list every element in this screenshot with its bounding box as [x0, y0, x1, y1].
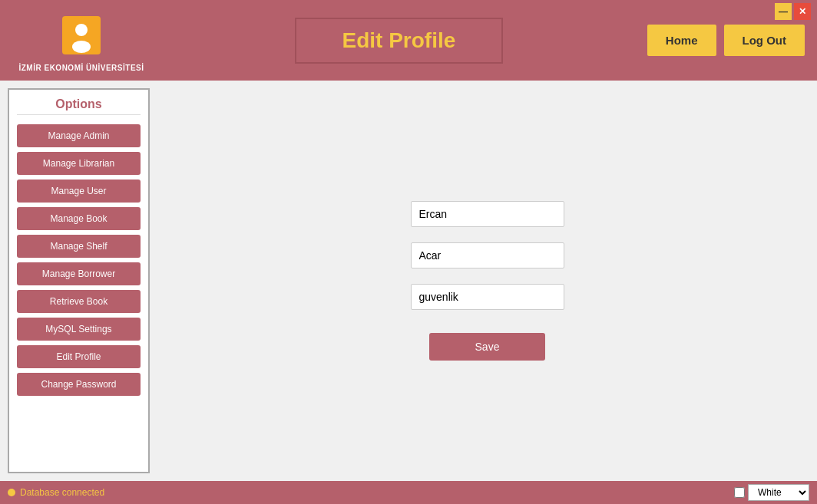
db-status-text: Database connected	[20, 487, 104, 498]
save-button[interactable]: Save	[429, 333, 546, 361]
lastname-input[interactable]	[411, 242, 564, 268]
svg-point-3	[72, 41, 91, 53]
sidebar-item-manage-librarian[interactable]: Manage Librarian	[17, 152, 141, 175]
sidebar-item-mysql-settings[interactable]: MySQL Settings	[17, 318, 141, 341]
status-left: Database connected	[8, 487, 104, 498]
sidebar: Options Manage Admin Manage Librarian Ma…	[8, 88, 150, 473]
header-title-area: Edit Profile	[150, 18, 647, 64]
logo-text: İZMİR EKONOMİ ÜNİVERSİTESİ	[18, 64, 144, 72]
sidebar-item-manage-admin[interactable]: Manage Admin	[17, 124, 141, 147]
sidebar-item-change-password[interactable]: Change Password	[17, 373, 141, 396]
logo-area: İZMİR EKONOMİ ÜNİVERSİTESİ	[12, 8, 150, 72]
main-layout: Options Manage Admin Manage Librarian Ma…	[0, 81, 817, 481]
page-title: Edit Profile	[342, 28, 456, 52]
header-buttons: Home Log Out	[647, 25, 805, 56]
header-title-box: Edit Profile	[295, 18, 504, 64]
university-logo	[55, 8, 108, 62]
theme-selector[interactable]: White	[734, 484, 809, 501]
sidebar-item-manage-user[interactable]: Manage User	[17, 180, 141, 203]
username-input[interactable]	[411, 284, 564, 310]
svg-point-2	[75, 24, 88, 36]
minimize-button[interactable]: —	[775, 3, 792, 20]
db-status-dot	[8, 489, 15, 496]
theme-checkbox[interactable]	[734, 487, 745, 498]
firstname-input[interactable]	[411, 201, 564, 227]
sidebar-item-manage-borrower[interactable]: Manage Borrower	[17, 262, 141, 285]
close-button[interactable]: ✕	[794, 3, 811, 20]
sidebar-title: Options	[17, 97, 141, 115]
content-area: Save	[157, 81, 817, 481]
logout-button[interactable]: Log Out	[724, 25, 805, 56]
sidebar-item-edit-profile[interactable]: Edit Profile	[17, 345, 141, 368]
window-controls: — ✕	[775, 3, 811, 20]
sidebar-item-manage-shelf[interactable]: Manage Shelf	[17, 235, 141, 258]
theme-dropdown[interactable]: White	[748, 484, 809, 501]
sidebar-item-manage-book[interactable]: Manage Book	[17, 207, 141, 230]
sidebar-item-retrieve-book[interactable]: Retrieve Book	[17, 290, 141, 313]
edit-profile-form: Save	[411, 201, 564, 361]
statusbar: Database connected White	[0, 481, 817, 504]
home-button[interactable]: Home	[647, 25, 716, 56]
header: İZMİR EKONOMİ ÜNİVERSİTESİ Edit Profile …	[0, 0, 817, 81]
